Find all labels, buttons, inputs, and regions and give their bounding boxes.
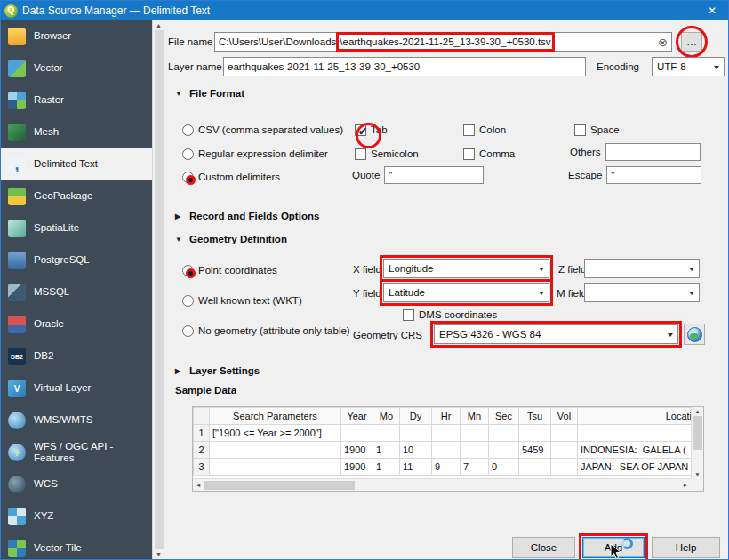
sidebar-item-geopackage[interactable]: GeoPackage [1, 180, 152, 212]
column-header[interactable]: Mo [373, 408, 400, 425]
sidebar-item-oracle[interactable]: Oracle [1, 308, 152, 340]
radio-custom-delimiters[interactable]: Custom delimiters [182, 169, 280, 185]
scroll-down-icon[interactable]: ▼ [694, 471, 700, 477]
clear-input-icon[interactable]: ⊗ [658, 36, 668, 48]
radio-well-known-text[interactable]: Well known text (WKT) [182, 292, 302, 308]
sidebar-item-mesh[interactable]: Mesh [1, 116, 152, 148]
qgis-logo-icon: Q [4, 4, 18, 18]
column-header[interactable]: Location [578, 408, 692, 425]
add-button[interactable]: Add [582, 537, 645, 558]
sidebar-item-label: Vector [34, 62, 63, 74]
row-number: 1 [194, 425, 210, 442]
sidebar-item-mssql[interactable]: MSSQL [1, 276, 152, 308]
radio-label: Point coordinates [198, 265, 277, 276]
table-cell [551, 459, 578, 476]
combo-value: EPSG:4326 - WGS 84 [439, 329, 541, 340]
close-button[interactable]: Close [512, 537, 575, 558]
titlebar[interactable]: Q Data Source Manager — Delimited Text ✕ [1, 1, 728, 20]
scroll-right-icon[interactable]: ► [683, 482, 688, 488]
table-vertical-scrollbar[interactable]: ▲ ▼ [691, 407, 703, 478]
y-field-select[interactable]: Latitude [383, 283, 549, 302]
checkbox-semicolon[interactable]: Semicolon [355, 146, 419, 162]
sidebar-item-postgresql[interactable]: PostgreSQL [1, 244, 152, 276]
table-horizontal-scrollbar[interactable]: ◄ ► [193, 478, 691, 491]
checkbox-comma[interactable]: Comma [463, 146, 515, 162]
scrollbar-track[interactable] [155, 30, 164, 549]
raster-icon [8, 92, 26, 109]
checkbox-dms-coordinates[interactable]: DMS coordinates [403, 307, 497, 323]
sidebar-item-wms-wmts[interactable]: WMS/WMTS [1, 404, 152, 436]
m-field-select[interactable] [584, 283, 700, 302]
radio-label: Custom delimiters [198, 172, 280, 182]
geometry-definition-section: ▼ Geometry Definition Point coordinates … [175, 232, 723, 372]
scroll-up-icon[interactable]: ▲ [694, 408, 700, 414]
encoding-select[interactable]: UTF-8 [652, 57, 725, 76]
sidebar-item-wfs[interactable]: WFS / OGC API - Features [1, 436, 152, 468]
geometry-crs-select[interactable]: EPSG:4326 - WGS 84 [434, 324, 678, 344]
column-header[interactable]: Dy [400, 408, 432, 425]
sidebar-item-delimited-text[interactable]: Delimited Text [1, 148, 152, 180]
file-format-header[interactable]: ▼ File Format [175, 86, 723, 100]
quote-input[interactable]: " [384, 166, 484, 184]
sidebar-item-xyz[interactable]: XYZ [1, 500, 152, 532]
section-title: Geometry Definition [189, 234, 287, 244]
section-title: Layer Settings [189, 365, 260, 376]
sidebar-item-raster[interactable]: Raster [1, 84, 152, 116]
quote-label: Quote [352, 170, 380, 180]
column-header[interactable]: Tsu [519, 408, 551, 425]
close-window-button[interactable]: ✕ [696, 1, 728, 20]
radio-csv[interactable]: CSV (comma separated values) [182, 122, 343, 138]
spatialite-icon [8, 220, 26, 237]
sidebar-item-spatialite[interactable]: SpatiaLite [1, 212, 152, 244]
radio-icon [182, 124, 194, 136]
file-name-row: File name C:\Users\User\Downloads \earth… [168, 31, 702, 52]
sidebar-item-wcs[interactable]: WCS [1, 468, 152, 500]
scroll-up-icon[interactable]: ▲ [156, 22, 162, 28]
layer-name-input[interactable]: earthquakes-2021-11-25_13-39-30_+0530 [223, 57, 586, 76]
sidebar-item-virtual-layer[interactable]: Virtual Layer [1, 372, 152, 404]
checkbox-tab[interactable]: Tab [355, 122, 388, 138]
sample-table-view[interactable]: Search Parameters Year Mo Dy Hr Mn Sec T… [193, 407, 691, 478]
help-button[interactable]: Help [652, 537, 720, 558]
column-header[interactable]: Year [341, 408, 373, 425]
sidebar-scrollbar[interactable]: ▲ ▼ [152, 20, 164, 559]
select-crs-button[interactable] [684, 324, 705, 345]
sidebar-item-label: SpatiaLite [34, 222, 79, 234]
radio-regular-expression[interactable]: Regular expression delimiter [182, 146, 328, 162]
others-input[interactable] [605, 143, 701, 161]
mssql-icon [8, 284, 26, 301]
record-fields-header[interactable]: ▶ Record and Fields Options [175, 209, 319, 223]
browse-file-button[interactable]: … [681, 32, 702, 52]
column-header[interactable]: Sec [489, 408, 519, 425]
checkbox-colon[interactable]: Colon [463, 122, 506, 138]
layer-settings-header[interactable]: ▶ Layer Settings [175, 364, 260, 378]
sidebar-item-vector-tile[interactable]: Vector Tile [1, 532, 152, 559]
scrollbar-thumb[interactable] [693, 416, 702, 450]
file-name-input[interactable]: C:\Users\User\Downloads \earthquakes-202… [214, 32, 672, 52]
escape-row: Escape " [568, 167, 701, 183]
column-header[interactable]: Hr [432, 408, 461, 425]
column-header[interactable]: Vol [551, 408, 578, 425]
scrollbar-thumb[interactable] [155, 30, 164, 549]
scrollbar-thumb[interactable] [204, 481, 355, 490]
column-header[interactable]: Search Parameters [210, 408, 341, 425]
x-field-select[interactable]: Longitude [383, 259, 549, 278]
checkbox-space[interactable]: Space [574, 122, 620, 138]
z-field-select[interactable] [584, 259, 700, 278]
scroll-down-icon[interactable]: ▼ [156, 551, 162, 557]
sidebar-item-browser[interactable]: Browser [1, 20, 152, 52]
radio-no-geometry[interactable]: No geometry (attribute only table) [182, 323, 350, 339]
geometry-definition-header[interactable]: ▼ Geometry Definition [175, 232, 723, 246]
table-cell: ["1900 <= Year >= 2000"] [210, 425, 341, 442]
sidebar-item-db2[interactable]: DB2 [1, 340, 152, 372]
checkbox-icon [403, 309, 414, 321]
escape-input[interactable]: " [606, 166, 701, 184]
scrollbar-corner [691, 478, 703, 491]
sidebar-item-label: Raster [34, 94, 64, 106]
sidebar-item-vector[interactable]: Vector [1, 52, 152, 84]
browser-icon [8, 28, 26, 45]
column-header[interactable]: Mn [461, 408, 489, 425]
scroll-left-icon[interactable]: ◄ [196, 482, 201, 488]
sidebar-item-label: Oracle [34, 318, 64, 330]
radio-point-coordinates[interactable]: Point coordinates [182, 262, 277, 278]
